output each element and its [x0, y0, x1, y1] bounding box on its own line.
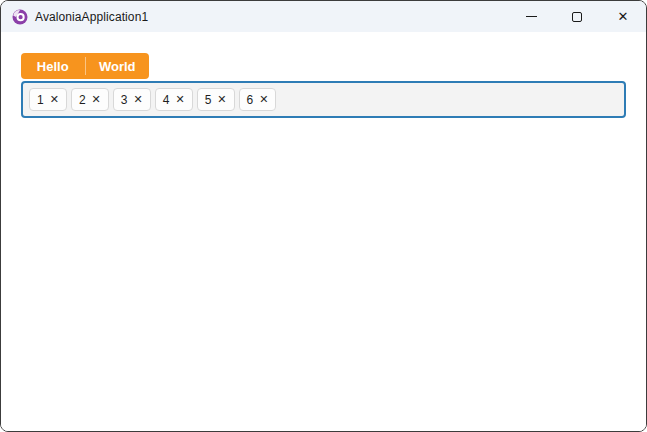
close-button[interactable]: ✕ — [600, 1, 646, 32]
titlebar[interactable]: AvaloniaApplication1 ✕ — [1, 1, 646, 32]
close-icon: ✕ — [618, 10, 629, 23]
maximize-button[interactable] — [554, 1, 600, 32]
chip-label: 1 — [37, 93, 44, 107]
world-button[interactable]: World — [86, 53, 150, 79]
chip[interactable]: 2✕ — [71, 88, 109, 111]
chip[interactable]: 5✕ — [197, 88, 235, 111]
maximize-icon — [572, 12, 582, 22]
chip-label: 3 — [121, 93, 128, 107]
chip-remove-icon[interactable]: ✕ — [217, 94, 226, 105]
tag-input-box[interactable]: 1✕2✕3✕4✕5✕6✕ — [21, 81, 626, 118]
chip[interactable]: 6✕ — [239, 88, 277, 111]
chip-label: 4 — [163, 93, 170, 107]
chip-remove-icon[interactable]: ✕ — [134, 94, 143, 105]
chip-remove-icon[interactable]: ✕ — [175, 94, 184, 105]
chip-remove-icon[interactable]: ✕ — [92, 94, 101, 105]
chip[interactable]: 3✕ — [113, 88, 151, 111]
hello-world-split-button: Hello World — [21, 53, 149, 79]
chip-label: 5 — [205, 93, 212, 107]
chip-remove-icon[interactable]: ✕ — [259, 94, 268, 105]
chip-remove-icon[interactable]: ✕ — [50, 94, 59, 105]
avalonia-logo-icon — [12, 9, 28, 25]
minimize-button[interactable] — [508, 1, 554, 32]
app-window: AvaloniaApplication1 ✕ Hello World 1✕2✕3… — [0, 0, 647, 432]
chip[interactable]: 1✕ — [29, 88, 67, 111]
caption-buttons: ✕ — [508, 1, 646, 32]
minimize-icon — [526, 16, 537, 17]
chip-label: 2 — [79, 93, 86, 107]
window-content: Hello World 1✕2✕3✕4✕5✕6✕ — [1, 32, 646, 431]
chip[interactable]: 4✕ — [155, 88, 193, 111]
hello-button[interactable]: Hello — [21, 53, 85, 79]
chip-label: 6 — [247, 93, 254, 107]
window-title: AvaloniaApplication1 — [35, 10, 148, 24]
